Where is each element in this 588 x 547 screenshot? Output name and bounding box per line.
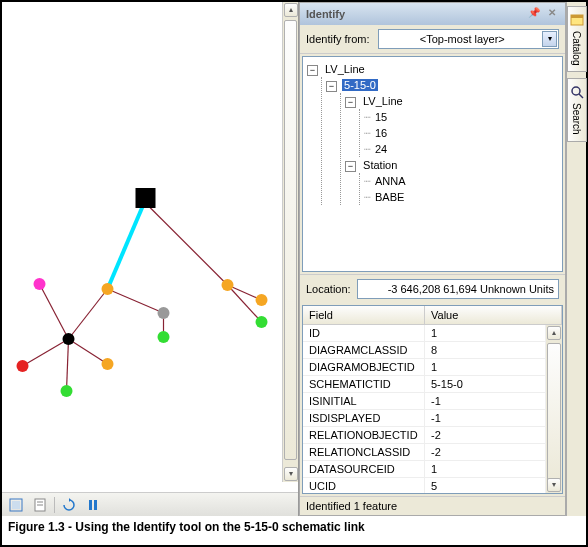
- table-row[interactable]: RELATIONOBJECTID-2: [303, 427, 546, 444]
- attr-value: 1: [425, 325, 546, 341]
- close-icon[interactable]: ✕: [545, 7, 559, 21]
- refresh-icon[interactable]: [59, 496, 79, 514]
- chevron-down-icon[interactable]: ▾: [542, 31, 557, 47]
- svg-point-16: [256, 316, 268, 328]
- attr-value: 5-15-0: [425, 376, 546, 392]
- svg-point-14: [222, 279, 234, 291]
- svg-point-21: [102, 358, 114, 370]
- app-frame: ▴ ▾ Identify 📌 ✕ Identify from: <Top-mos…: [0, 0, 588, 547]
- tree-group[interactable]: LV_Line: [361, 95, 405, 107]
- catalog-icon: [570, 13, 584, 27]
- svg-point-23: [61, 385, 73, 397]
- table-row[interactable]: DIAGRAMCLASSID8: [303, 342, 546, 359]
- attr-field: UCID: [303, 478, 425, 493]
- attr-field: DIAGRAMOBJECTID: [303, 359, 425, 375]
- schematic-diagram: [2, 2, 298, 482]
- collapse-icon[interactable]: −: [307, 65, 318, 76]
- attr-field: SCHEMATICTID: [303, 376, 425, 392]
- svg-line-10: [67, 339, 69, 391]
- attr-field: RELATIONCLASSID: [303, 444, 425, 460]
- scroll-down-icon[interactable]: ▾: [547, 478, 561, 492]
- col-header-value[interactable]: Value: [425, 306, 562, 324]
- scroll-thumb[interactable]: [547, 343, 561, 483]
- svg-point-22: [34, 278, 46, 290]
- svg-rect-12: [136, 188, 156, 208]
- tab-catalog[interactable]: Catalog: [567, 6, 587, 72]
- svg-point-17: [158, 307, 170, 319]
- collapse-icon[interactable]: −: [345, 161, 356, 172]
- attr-value: -2: [425, 444, 546, 460]
- search-icon: [570, 85, 584, 99]
- table-row[interactable]: ISDISPLAYED-1: [303, 410, 546, 427]
- map-viewport[interactable]: ▴ ▾: [2, 2, 299, 516]
- svg-point-18: [158, 331, 170, 343]
- table-row[interactable]: UCID5: [303, 478, 546, 493]
- scroll-thumb[interactable]: [284, 20, 297, 460]
- tab-layoutview-icon[interactable]: [30, 496, 50, 514]
- identify-from-label: Identify from:: [306, 33, 370, 45]
- pin-icon[interactable]: 📌: [527, 7, 541, 21]
- tab-search[interactable]: Search: [567, 78, 587, 142]
- tree-item[interactable]: ANNA: [373, 175, 408, 187]
- tree-item[interactable]: 15: [373, 111, 389, 123]
- identify-panel: Identify 📌 ✕ Identify from: <Top-most la…: [299, 2, 566, 516]
- tab-dataview-icon[interactable]: [6, 496, 26, 514]
- svg-line-11: [108, 202, 145, 289]
- scroll-up-icon[interactable]: ▴: [547, 326, 561, 340]
- docked-tabs: Catalog Search: [566, 2, 586, 516]
- table-row[interactable]: DATASOURCEID1: [303, 461, 546, 478]
- attr-field: ISINITIAL: [303, 393, 425, 409]
- svg-rect-25: [12, 501, 20, 509]
- location-field[interactable]: -3 646,208 61,694 Unknown Units: [357, 279, 559, 299]
- collapse-icon[interactable]: −: [345, 97, 356, 108]
- identify-from-value: <Top-most layer>: [420, 33, 505, 45]
- scroll-up-icon[interactable]: ▴: [284, 3, 298, 17]
- figure-caption: Figure 1.3 - Using the Identify tool on …: [2, 516, 586, 538]
- table-row[interactable]: ID1: [303, 325, 546, 342]
- attributes-table: Field Value ▴ ▾ ID1DIAGRAMCLASSID8DIAGRA…: [302, 305, 563, 494]
- svg-line-9: [40, 284, 69, 339]
- tree-item[interactable]: 24: [373, 143, 389, 155]
- attr-field: RELATIONOBJECTID: [303, 427, 425, 443]
- pause-icon[interactable]: [83, 496, 103, 514]
- attr-field: ID: [303, 325, 425, 341]
- svg-line-4: [108, 289, 164, 313]
- location-label: Location:: [306, 283, 351, 295]
- attr-field: ISDISPLAYED: [303, 410, 425, 426]
- map-vertical-scrollbar[interactable]: ▴ ▾: [282, 2, 298, 482]
- attr-value: 1: [425, 461, 546, 477]
- identify-titlebar[interactable]: Identify 📌 ✕: [300, 3, 565, 25]
- collapse-icon[interactable]: −: [326, 81, 337, 92]
- svg-line-3: [228, 285, 262, 322]
- map-toolbar: [2, 492, 298, 516]
- col-header-field[interactable]: Field: [303, 306, 425, 324]
- identify-from-combo[interactable]: <Top-most layer> ▾: [378, 29, 559, 49]
- identify-title: Identify: [306, 8, 345, 20]
- identify-status: Identified 1 feature: [300, 496, 565, 515]
- svg-line-8: [69, 339, 108, 364]
- svg-line-34: [579, 94, 583, 98]
- tree-group[interactable]: Station: [361, 159, 399, 171]
- attr-value: -1: [425, 410, 546, 426]
- table-row[interactable]: ISINITIAL-1: [303, 393, 546, 410]
- svg-line-6: [69, 289, 108, 339]
- tree-item[interactable]: BABE: [373, 191, 406, 203]
- attr-value: 8: [425, 342, 546, 358]
- attr-field: DIAGRAMCLASSID: [303, 342, 425, 358]
- table-vertical-scrollbar[interactable]: ▴ ▾: [546, 325, 562, 493]
- identify-tree[interactable]: − LV_Line − 5-15-0 − LV_Line ┈15 ┈16 ┈24: [302, 56, 563, 272]
- svg-point-20: [17, 360, 29, 372]
- svg-line-1: [145, 202, 228, 285]
- svg-line-7: [23, 339, 69, 366]
- attr-value: 5: [425, 478, 546, 493]
- tree-item[interactable]: 16: [373, 127, 389, 139]
- table-row[interactable]: DIAGRAMOBJECTID1: [303, 359, 546, 376]
- svg-point-15: [256, 294, 268, 306]
- attributes-body[interactable]: ▴ ▾ ID1DIAGRAMCLASSID8DIAGRAMOBJECTID1SC…: [303, 325, 562, 493]
- scroll-down-icon[interactable]: ▾: [284, 467, 298, 481]
- tree-selected-item[interactable]: 5-15-0: [342, 79, 378, 91]
- tree-root[interactable]: LV_Line: [323, 63, 367, 75]
- attr-value: -1: [425, 393, 546, 409]
- table-row[interactable]: SCHEMATICTID5-15-0: [303, 376, 546, 393]
- table-row[interactable]: RELATIONCLASSID-2: [303, 444, 546, 461]
